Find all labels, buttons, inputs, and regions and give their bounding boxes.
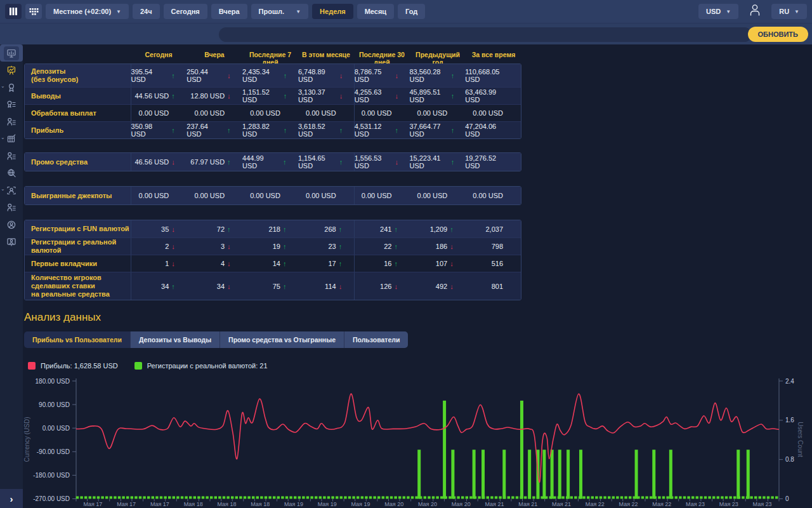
arrow-up-icon: ↑ bbox=[450, 225, 455, 233]
cell-value: 16 bbox=[384, 260, 391, 267]
arrow-down-icon: ↓ bbox=[394, 283, 399, 290]
cell-value: 798 bbox=[492, 243, 503, 250]
row-value-cell: 0.00 USD bbox=[409, 187, 465, 204]
table-row: Выводы44.56 USD↑12.80 USD↓1,151.52 USD↑3… bbox=[25, 87, 521, 104]
cell-value: 63,463.99 USD bbox=[465, 88, 504, 104]
row-value-cell: 2,037 bbox=[465, 220, 521, 237]
sidebar-item-10[interactable] bbox=[0, 216, 23, 233]
row-value-cell: 0.00 USD bbox=[298, 187, 354, 204]
cell-value: 0.00 USD bbox=[417, 192, 448, 199]
row-label: Первые вкладчики bbox=[25, 255, 131, 272]
sidebar-item-6[interactable] bbox=[0, 147, 23, 164]
range-today-button[interactable]: Сегодня bbox=[164, 4, 207, 19]
cell-value: 83,560.28 USD bbox=[409, 68, 448, 83]
arrow-up-icon: ↑ bbox=[171, 126, 176, 134]
range-week-button[interactable]: Неделя bbox=[312, 4, 353, 19]
sidebar-nav: ⌄⌄⌄ bbox=[0, 44, 23, 508]
cell-value: 0.00 USD bbox=[473, 192, 503, 199]
arrow-up-icon: ↑ bbox=[171, 283, 176, 290]
columns-view-icon[interactable] bbox=[5, 4, 22, 19]
row-value-cell: 4↓ bbox=[187, 255, 242, 272]
svg-text:0: 0 bbox=[785, 495, 789, 502]
row-value-cell: 37,664.77 USD↑ bbox=[409, 122, 465, 138]
row-value-cell: 1,556.53 USD↓ bbox=[354, 153, 410, 171]
sidebar-item-2[interactable]: ⌄ bbox=[0, 79, 23, 96]
arrow-down-icon: ↓ bbox=[227, 283, 232, 290]
sidebar-item-5[interactable]: ⌄ bbox=[0, 130, 23, 147]
grid-apps-icon[interactable] bbox=[25, 4, 42, 19]
stats-table-group-3: Регистрации с FUN валютой35↓72↑218↑268↑2… bbox=[24, 220, 521, 300]
row-value-cell: 110,668.05 USD bbox=[465, 64, 521, 87]
sidebar-item-1[interactable] bbox=[0, 62, 23, 79]
arrow-up-icon: ↑ bbox=[283, 158, 288, 166]
cell-value: 0.00 USD bbox=[250, 109, 280, 117]
svg-text:Мая 22: Мая 22 bbox=[619, 501, 638, 507]
arrow-up-icon: ↑ bbox=[395, 126, 400, 134]
range-year-button[interactable]: Год bbox=[398, 4, 425, 19]
cell-value: 1,209 bbox=[430, 225, 448, 233]
arrow-down-icon: ↓ bbox=[171, 225, 176, 233]
row-value-cell: 16↑ bbox=[354, 255, 410, 272]
arrow-down-icon: ↓ bbox=[395, 72, 400, 79]
svg-text:Мая 20: Мая 20 bbox=[384, 501, 403, 507]
user-list-icon bbox=[4, 201, 19, 215]
arrow-up-icon: ↑ bbox=[284, 126, 288, 134]
row-value-cell: 516 bbox=[465, 255, 521, 272]
row-value-cell: 19,276.52 USD bbox=[465, 153, 521, 171]
cell-value: 19,276.52 USD bbox=[465, 154, 504, 170]
sidebar-item-4[interactable] bbox=[0, 113, 23, 130]
language-dropdown[interactable]: RU ▼ bbox=[771, 4, 807, 19]
sidebar-item-11[interactable] bbox=[0, 233, 23, 250]
row-value-cell: 35↓ bbox=[131, 220, 187, 237]
table-row: Регистрации с FUN валютой35↓72↑218↑268↑2… bbox=[25, 220, 521, 237]
line-bar-chart[interactable]: 180.00 USD90.00 USD0.00 USD-90.00 USD-18… bbox=[23, 376, 812, 508]
legend-label: Регистрации с реальной валютой: 21 bbox=[147, 362, 268, 370]
sidebar-item-8[interactable]: ⌄ bbox=[0, 182, 23, 199]
sidebar-item-9[interactable] bbox=[0, 199, 23, 216]
top-toolbar: Местное (+02:00) ▼ 24ч Сегодня Вчера Про… bbox=[0, 0, 812, 23]
row-value-cell: 492↓ bbox=[409, 272, 465, 300]
arrow-up-icon: ↑ bbox=[339, 243, 344, 250]
row-value-cell: 250.44 USD↓ bbox=[187, 64, 242, 87]
range-past-dropdown[interactable]: Прошл. ▼ bbox=[251, 4, 308, 19]
award-list-icon bbox=[4, 98, 19, 112]
search-input[interactable] bbox=[219, 27, 752, 42]
currency-dropdown[interactable]: USD ▼ bbox=[698, 4, 738, 19]
arrow-down-icon: ↓ bbox=[227, 243, 232, 250]
row-value-cell: 0.00 USD bbox=[187, 187, 242, 204]
range-yesterday-button[interactable]: Вчера bbox=[211, 4, 247, 19]
svg-text:2.4: 2.4 bbox=[785, 378, 794, 385]
svg-text:Мая 21: Мая 21 bbox=[518, 501, 537, 507]
range-24h-button[interactable]: 24ч bbox=[133, 4, 160, 19]
refresh-button[interactable]: ОБНОВИТЬ bbox=[748, 27, 808, 42]
range-month-button[interactable]: Месяц bbox=[357, 4, 394, 19]
arrow-up-icon: ↑ bbox=[227, 158, 232, 166]
cell-value: 46.56 USD bbox=[135, 158, 169, 166]
sidebar-item-3[interactable] bbox=[0, 96, 23, 113]
table-row: Депозиты(без бонусов)395.54 USD↑250.44 U… bbox=[25, 64, 521, 87]
legend-item-1: Регистрации с реальной валютой: 21 bbox=[134, 362, 268, 370]
sidebar-item-0[interactable] bbox=[0, 44, 23, 62]
row-value-cell: 22↑ bbox=[354, 238, 410, 255]
row-value-cell: 0.00 USD bbox=[409, 105, 465, 121]
chart-legend: Прибыль: 1,628.58 USDРегистрации с реаль… bbox=[28, 362, 268, 370]
analysis-tab-3[interactable]: Пользователи bbox=[344, 331, 408, 348]
timezone-dropdown[interactable]: Местное (+02:00) ▼ bbox=[46, 4, 129, 19]
analysis-tab-1[interactable]: Депозиты vs Выводы bbox=[131, 331, 220, 348]
cell-value: 241 bbox=[380, 225, 391, 233]
chevron-down-icon: ▼ bbox=[794, 9, 799, 15]
svg-text:Мая 19: Мая 19 bbox=[284, 501, 303, 507]
legend-label: Прибыль: 1,628.58 USD bbox=[41, 362, 118, 370]
svg-text:Мая 18: Мая 18 bbox=[217, 501, 236, 507]
analysis-tab-0[interactable]: Прибыль vs Пользователи bbox=[24, 331, 131, 348]
sidebar-expand-button[interactable]: › bbox=[0, 489, 23, 508]
cell-value: 0.00 USD bbox=[194, 192, 225, 199]
row-value-cell: 218↑ bbox=[242, 220, 298, 237]
cell-value: 3,130.37 USD bbox=[298, 88, 337, 104]
analysis-tab-2[interactable]: Промо средства vs Отыгранные bbox=[220, 331, 344, 348]
svg-text:Мая 18: Мая 18 bbox=[184, 501, 203, 507]
sidebar-item-7[interactable] bbox=[0, 164, 23, 182]
row-value-cell: 72↑ bbox=[187, 220, 242, 237]
user-profile-icon[interactable] bbox=[749, 3, 761, 20]
row-value-cell: 0.00 USD bbox=[465, 187, 521, 204]
